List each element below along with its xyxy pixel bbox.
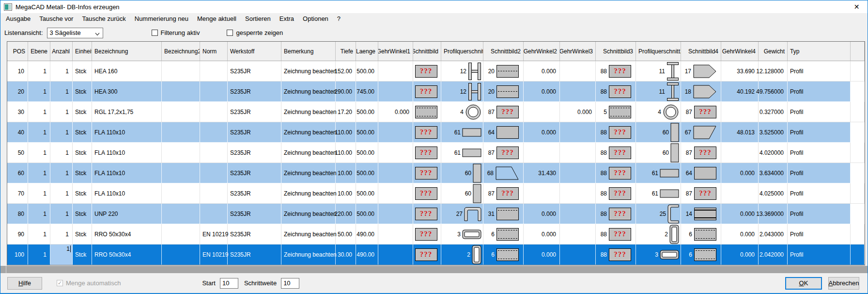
scrollbar-thumb[interactable] (0, 266, 6, 273)
cell-pq[interactable]: 12 (441, 61, 483, 82)
col-header-sb3[interactable]: Schnittbild3 (596, 42, 636, 61)
col-header-werkstoff[interactable]: Werkstoff (228, 42, 281, 61)
cell-einheit[interactable]: Stck (73, 82, 92, 102)
cell-sb[interactable]: ??? (413, 204, 441, 224)
cell-sb3[interactable]: 88??? (596, 245, 636, 265)
cell-bez[interactable]: UNP 220 (92, 204, 162, 224)
cell-sb2[interactable]: 87??? (483, 143, 524, 163)
cell-tiefe[interactable]: 10.00 (336, 163, 356, 183)
cell-sb3[interactable]: 88??? (596, 82, 636, 102)
cell-gw3[interactable] (560, 183, 596, 204)
cell-sb4[interactable]: 64 (681, 163, 721, 183)
cell-laenge[interactable]: 745.00 (356, 82, 378, 102)
cell-sb[interactable]: ??? (413, 183, 441, 204)
cell-bez2[interactable] (162, 82, 200, 102)
cell-werkstoff[interactable]: S235JR (228, 183, 281, 204)
cell-gewicht[interactable]: 3.634000 (759, 163, 788, 183)
cell-ebene[interactable]: 1 (28, 102, 50, 122)
cell-pos[interactable]: 100 (7, 245, 28, 265)
cell-gw1[interactable]: 0.000 (378, 102, 413, 122)
cell-norm[interactable]: EN 10219 (200, 245, 228, 265)
cell-tiefe[interactable]: 10.00 (336, 183, 356, 204)
menu-item[interactable]: Optionen (298, 14, 333, 24)
cell-pos[interactable]: 90 (7, 224, 28, 245)
cell-anzahl[interactable]: 1 (50, 183, 73, 204)
cell-gw2[interactable]: 0.000 (524, 224, 560, 245)
table-row[interactable]: 2011StckHEA 300S235JRZeichnung beachten2… (7, 82, 865, 102)
cell-norm[interactable] (200, 204, 228, 224)
cell-gewicht[interactable]: 12.128000 (759, 61, 788, 82)
cell-pq2[interactable]: 61 (636, 183, 681, 204)
cell-last[interactable] (851, 61, 865, 82)
cell-sb3[interactable]: 88??? (596, 204, 636, 224)
cell-last[interactable] (851, 204, 865, 224)
cell-gw4[interactable]: 48.013 (721, 122, 759, 143)
col-header-pq[interactable]: Profilquerschnitt (441, 42, 483, 61)
table-row[interactable]: 1011StckHEA 160S235JRZeichnung beachten1… (7, 61, 865, 82)
cell-ebene[interactable]: 1 (28, 183, 50, 204)
cell-bez[interactable]: FLA 110x10 (92, 122, 162, 143)
cell-sb[interactable]: ??? (413, 61, 441, 82)
cell-pos[interactable]: 10 (7, 61, 28, 82)
cell-bemerkung[interactable]: Zeichnung beachten (281, 183, 336, 204)
cell-bemerkung[interactable]: Zeichnung beachten (281, 245, 336, 265)
cell-gw2[interactable]: 0.000 (524, 61, 560, 82)
cell-last[interactable] (851, 122, 865, 143)
cell-gw3[interactable] (560, 204, 596, 224)
menu-item[interactable]: ? (333, 14, 345, 24)
cell-bemerkung[interactable]: Zeichnung beachten (281, 82, 336, 102)
cell-pq[interactable]: 60 (441, 183, 483, 204)
col-header-gw3[interactable]: GehrWinkel3 (560, 42, 596, 61)
cell-gewicht[interactable]: 49.756000 (759, 82, 788, 102)
cell-werkstoff[interactable]: S235JR (228, 245, 281, 265)
cell-gw4[interactable] (721, 143, 759, 163)
cell-norm[interactable] (200, 82, 228, 102)
cell-pq2[interactable]: 3 (636, 245, 681, 265)
cell-gw3[interactable] (560, 245, 596, 265)
col-header-pos[interactable]: POS (7, 42, 28, 61)
cell-ebene[interactable]: 1 (28, 82, 50, 102)
locked-checkbox[interactable] (227, 30, 233, 36)
cell-laenge[interactable]: 500.00 (356, 61, 378, 82)
cell-sb4[interactable]: 17 (681, 61, 721, 82)
cell-last[interactable] (851, 163, 865, 183)
col-header-sb2[interactable]: Schnittbild2 (483, 42, 524, 61)
cell-sb3[interactable]: 88??? (596, 224, 636, 245)
cell-gewicht[interactable]: 3.525000 (759, 122, 788, 143)
cell-sb3[interactable]: 5 (596, 102, 636, 122)
cell-pq[interactable]: 61 (441, 143, 483, 163)
horizontal-scrollbar[interactable] (0, 266, 868, 273)
cell-sb4[interactable]: 87??? (681, 102, 721, 122)
cell-einheit[interactable]: Stck (73, 122, 92, 143)
cell-gw1[interactable] (378, 143, 413, 163)
cell-gw4[interactable]: 0.000 (721, 245, 759, 265)
col-header-pq2[interactable]: Profilquerschnitt2 (636, 42, 681, 61)
cell-sb4[interactable]: 14 (681, 204, 721, 224)
cell-sb2[interactable]: 6 (483, 224, 524, 245)
cell-gw2[interactable]: 0.000 (524, 245, 560, 265)
cell-pos[interactable]: 20 (7, 82, 28, 102)
cell-pq[interactable]: 4 (441, 102, 483, 122)
cell-gewicht[interactable]: 4.025000 (759, 183, 788, 204)
cell-laenge[interactable]: 500.00 (356, 204, 378, 224)
cell-sb2[interactable]: 20 (483, 82, 524, 102)
cell-gw3[interactable]: 0.000 (560, 102, 596, 122)
cell-pos[interactable]: 70 (7, 183, 28, 204)
cell-typ[interactable]: Profil (788, 143, 851, 163)
cell-sb3[interactable]: 88??? (596, 183, 636, 204)
menu-item[interactable]: Extra (275, 14, 298, 24)
cell-bez[interactable]: FLA 110x10 (92, 183, 162, 204)
col-header-typ[interactable]: Typ (788, 42, 851, 61)
cell-gw1[interactable] (378, 204, 413, 224)
table-row[interactable]: 8011StckUNP 220S235JRZeichnung beachten2… (7, 204, 865, 224)
col-header-sb4[interactable]: Schnittbild4 (681, 42, 721, 61)
cell-typ[interactable]: Profil (788, 82, 851, 102)
cell-anzahl[interactable]: 1 (50, 245, 73, 265)
cell-einheit[interactable]: Stck (73, 143, 92, 163)
cell-anzahl[interactable]: 1 (50, 224, 73, 245)
cell-anzahl[interactable]: 1 (50, 61, 73, 82)
cell-anzahl[interactable]: 1 (50, 204, 73, 224)
cell-werkstoff[interactable]: S235JR (228, 122, 281, 143)
cell-last[interactable] (851, 143, 865, 163)
cell-gewicht[interactable]: 4.020000 (759, 143, 788, 163)
